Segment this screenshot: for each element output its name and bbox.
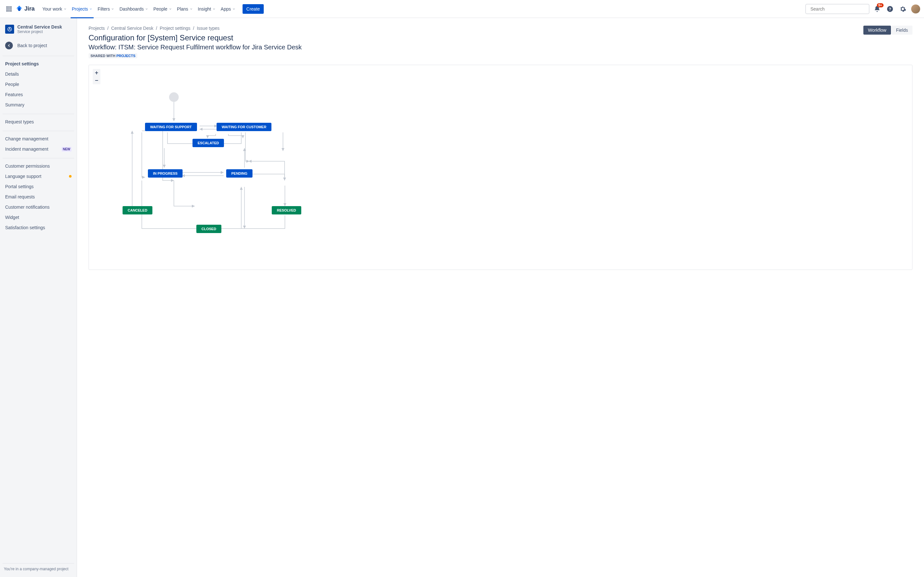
nav-item-people[interactable]: People: [151, 5, 174, 13]
search-input[interactable]: [811, 6, 867, 11]
jira-logo[interactable]: Jira: [15, 5, 35, 13]
main-content: Projects/Central Service Desk/Project se…: [77, 18, 924, 577]
node-waiting-for-support[interactable]: WAITING FOR SUPPORT: [145, 123, 197, 131]
chevron-down-icon: [190, 7, 193, 11]
zoom-in-button[interactable]: +: [93, 69, 100, 77]
node-canceled[interactable]: CANCELED: [123, 206, 152, 214]
chevron-down-icon: [232, 7, 236, 11]
settings-icon[interactable]: [898, 4, 908, 14]
workflow-title: Workflow: ITSM: Service Request Fulfilme…: [89, 44, 302, 51]
sidebar: Central Service Desk Service project Bac…: [0, 18, 77, 577]
breadcrumb-item[interactable]: Project settings: [160, 26, 191, 31]
nav-item-plans[interactable]: Plans: [174, 5, 195, 13]
sidebar-item-customer-permissions[interactable]: Customer permissions: [3, 161, 74, 171]
nav-item-insight[interactable]: Insight: [195, 5, 218, 13]
workflow-edges: [89, 65, 912, 269]
sidebar-item-change-management[interactable]: Change management: [3, 134, 74, 144]
sidebar-item-satisfaction-settings[interactable]: Satisfaction settings: [3, 222, 74, 233]
sidebar-item-customer-notifications[interactable]: Customer notifications: [3, 202, 74, 212]
zoom-controls: + −: [93, 69, 100, 84]
page-title: Configuration for [System] Service reque…: [89, 33, 302, 42]
sidebar-item-request-types[interactable]: Request types: [3, 117, 74, 127]
sidebar-item-people[interactable]: People: [3, 79, 74, 89]
svg-text:?: ?: [889, 6, 891, 11]
new-badge: NEW: [61, 147, 71, 152]
node-pending[interactable]: PENDING: [226, 169, 252, 177]
view-tabs: Workflow Fields: [863, 26, 913, 35]
help-icon[interactable]: ?: [885, 4, 895, 14]
shared-with-lozenge: SHARED WITH PROJECTS: [89, 53, 137, 58]
sidebar-item-email-requests[interactable]: Email requests: [3, 192, 74, 202]
sidebar-item-language-support[interactable]: Language support: [3, 171, 74, 181]
sidebar-item-features[interactable]: Features: [3, 89, 74, 100]
sidebar-footer: You're in a company-managed project: [3, 563, 74, 574]
workflow-diagram: + −: [89, 65, 913, 270]
chevron-down-icon: [89, 7, 92, 11]
nav-item-projects[interactable]: Projects: [69, 5, 95, 13]
nav-item-dashboards[interactable]: Dashboards: [117, 5, 151, 13]
tab-fields[interactable]: Fields: [892, 26, 913, 35]
create-button[interactable]: Create: [242, 4, 264, 14]
notification-badge: 9+: [877, 3, 884, 7]
project-name: Central Service Desk: [17, 24, 62, 29]
breadcrumb-item[interactable]: Central Service Desk: [111, 26, 153, 31]
chevron-down-icon: [145, 7, 148, 11]
chevron-down-icon: [111, 7, 114, 11]
search-input-wrapper[interactable]: [805, 4, 869, 14]
zoom-out-button[interactable]: −: [93, 77, 100, 84]
chevron-down-icon: [63, 7, 67, 11]
node-escalated[interactable]: ESCALATED: [192, 139, 224, 147]
breadcrumb-item[interactable]: Projects: [89, 26, 105, 31]
top-navigation: Jira Your workProjectsFiltersDashboardsP…: [0, 0, 924, 18]
sidebar-item-portal-settings[interactable]: Portal settings: [3, 181, 74, 192]
sidebar-item-details[interactable]: Details: [3, 69, 74, 79]
node-resolved[interactable]: RESOLVED: [272, 206, 301, 214]
breadcrumb: Projects/Central Service Desk/Project se…: [89, 26, 302, 31]
project-header: Central Service Desk Service project: [3, 24, 74, 39]
nav-item-apps[interactable]: Apps: [218, 5, 238, 13]
project-subtitle: Service project: [17, 29, 62, 34]
workflow-start-node: [169, 92, 179, 102]
nav-item-your-work[interactable]: Your work: [40, 5, 69, 13]
sidebar-item-incident-management[interactable]: Incident managementNEW: [3, 144, 74, 154]
app-switcher-icon[interactable]: [4, 4, 14, 14]
node-waiting-for-customer[interactable]: WAITING FOR CUSTOMER: [216, 123, 271, 131]
chevron-down-icon: [212, 7, 216, 11]
jira-mark-icon: [15, 5, 23, 13]
node-in-progress[interactable]: IN PROGRESS: [148, 169, 183, 177]
shared-projects-link[interactable]: PROJECTS: [116, 54, 136, 58]
tab-workflow[interactable]: Workflow: [863, 26, 891, 35]
jira-logo-text: Jira: [24, 5, 35, 12]
status-dot-icon: [69, 175, 71, 177]
sidebar-item-widget[interactable]: Widget: [3, 212, 74, 222]
user-avatar[interactable]: [911, 5, 920, 13]
node-closed[interactable]: CLOSED: [196, 225, 221, 233]
breadcrumb-item[interactable]: Issue types: [197, 26, 220, 31]
sidebar-item-summary[interactable]: Summary: [3, 100, 74, 110]
nav-item-filters[interactable]: Filters: [95, 5, 117, 13]
chevron-down-icon: [169, 7, 172, 11]
project-icon: [5, 25, 14, 34]
back-arrow-icon: [5, 42, 13, 49]
sidebar-heading: Project settings: [3, 59, 74, 69]
notifications-icon[interactable]: 9+: [872, 4, 882, 14]
back-to-project-link[interactable]: Back to project: [3, 39, 74, 52]
